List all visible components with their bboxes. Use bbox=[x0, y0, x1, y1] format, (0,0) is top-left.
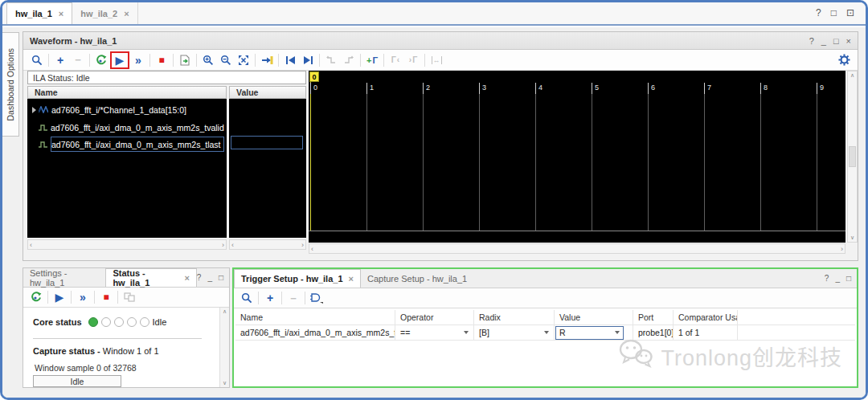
run-trigger-immediate-button[interactable]: » bbox=[74, 289, 92, 305]
status-vscrollbar[interactable]: ∧ ∨ bbox=[219, 308, 229, 387]
close-icon[interactable]: × bbox=[124, 9, 129, 18]
tab-capture-setup[interactable]: Capture Setup - hw_ila_1 bbox=[361, 269, 473, 288]
export-data-icon[interactable] bbox=[176, 52, 194, 68]
scrollbar-thumb[interactable] bbox=[849, 146, 856, 167]
signal-value-pane bbox=[229, 99, 306, 238]
divider bbox=[33, 338, 202, 339]
minimize-icon[interactable]: _ bbox=[207, 273, 212, 282]
zoom-out-icon[interactable] bbox=[217, 52, 235, 68]
close-icon[interactable]: × bbox=[59, 9, 63, 18]
core-status-label: Core status bbox=[33, 317, 82, 327]
ruler-label: 7 bbox=[707, 84, 711, 92]
scroll-left-icon[interactable]: ‹ bbox=[30, 241, 32, 249]
trigger-condition-gate-icon[interactable] bbox=[308, 290, 326, 306]
maximize-icon[interactable]: □ bbox=[219, 273, 223, 282]
core-status-row: Core status Idle bbox=[33, 317, 166, 327]
operator-value: == bbox=[400, 328, 410, 337]
trigger-panel-toolbar: + − bbox=[234, 288, 857, 308]
stop-trigger-button[interactable]: ■ bbox=[153, 52, 170, 68]
chevron-down-icon bbox=[464, 331, 469, 334]
goto-trigger-icon[interactable] bbox=[258, 52, 276, 68]
col-header-value[interactable]: Value bbox=[555, 310, 633, 324]
signal-row-tvalid[interactable]: ad7606_fft_i/axi_dma_0_m_axis_mm2s_tvali… bbox=[27, 120, 224, 135]
probe-name-cell: ad7606_fft_i/axi_dma_0_m_axis_mm2s_tvali… bbox=[235, 325, 395, 340]
tab-settings[interactable]: Settings - hw_ila_1 bbox=[23, 268, 105, 287]
scroll-left-icon[interactable]: ‹ bbox=[231, 241, 234, 249]
swap-previous-transition-icon bbox=[322, 52, 340, 68]
rerun-trigger-icon[interactable] bbox=[27, 289, 45, 305]
col-header-name[interactable]: Name bbox=[235, 310, 395, 324]
waveform-hscrollbar[interactable]: ‹ › bbox=[309, 243, 845, 254]
selected-value-cell[interactable] bbox=[231, 136, 303, 149]
scroll-left-icon[interactable]: ‹ bbox=[311, 245, 313, 253]
tab-hw-ila-2[interactable]: hw_ila_2 × bbox=[72, 2, 137, 24]
help-icon[interactable]: ? bbox=[809, 36, 814, 46]
maximize-icon[interactable]: □ bbox=[846, 274, 851, 283]
scroll-up-icon[interactable]: ∧ bbox=[223, 308, 227, 315]
run-trigger-button[interactable]: ▶ bbox=[51, 289, 68, 305]
run-trigger-immediate-button[interactable]: » bbox=[129, 52, 147, 68]
window-sample-text: Window sample 0 of 32768 bbox=[35, 363, 137, 373]
status-panel-tabbar: Settings - hw_ila_1 Status - hw_ila_1 × … bbox=[23, 268, 229, 288]
signal-row-tlast[interactable]: ad7606_fft_i/axi_dma_0_m_axis_mm2s_tlast bbox=[27, 137, 224, 152]
col-header-port[interactable]: Port bbox=[633, 310, 674, 324]
float-icon[interactable]: ⊡ bbox=[846, 7, 854, 18]
search-icon[interactable] bbox=[238, 290, 256, 306]
help-icon[interactable]: ? bbox=[825, 274, 829, 283]
value-column-header[interactable]: Value bbox=[229, 86, 306, 99]
help-icon[interactable]: ? bbox=[816, 7, 821, 18]
col-header-usage[interactable]: Comparator Usage bbox=[674, 310, 738, 324]
col-header-radix[interactable]: Radix bbox=[474, 310, 555, 324]
scroll-right-icon[interactable]: › bbox=[841, 245, 843, 253]
signal-name-pane: ad7606_fft_i/*Channel_1_data[15:0] ad760… bbox=[27, 99, 227, 238]
settings-gear-icon[interactable] bbox=[835, 52, 853, 68]
scroll-right-icon[interactable]: › bbox=[301, 241, 304, 249]
core-status-dot-active bbox=[88, 317, 98, 327]
add-probe-button[interactable]: + bbox=[261, 290, 279, 306]
minimize-icon[interactable]: _ bbox=[821, 36, 826, 46]
waveform-canvas[interactable]: 0 0 1 2 3 4 5 6 7 8 9 bbox=[309, 71, 845, 243]
waveform-vscrollbar[interactable]: ∧ ∨ bbox=[847, 71, 858, 243]
zoom-fit-icon[interactable] bbox=[235, 52, 252, 68]
scroll-right-icon[interactable]: › bbox=[222, 241, 224, 249]
tab-label: hw_ila_1 bbox=[15, 9, 52, 18]
col-header-operator[interactable]: Operator bbox=[395, 310, 474, 324]
signal-row-channel1-data[interactable]: ad7606_fft_i/*Channel_1_data[15:0] bbox=[27, 102, 186, 117]
stop-trigger-button[interactable]: ■ bbox=[97, 289, 115, 305]
minimize-icon[interactable]: _ bbox=[835, 274, 840, 283]
expand-icon[interactable] bbox=[32, 107, 36, 113]
close-icon[interactable]: × bbox=[349, 274, 354, 284]
add-marker-icon[interactable]: +Γ bbox=[363, 52, 381, 68]
hardware-manager-window: hw_ila_1 × hw_ila_2 × ? □ ⊡ Dashboard Op… bbox=[0, 0, 868, 400]
tab-status[interactable]: Status - hw_ila_1 × bbox=[105, 268, 196, 287]
watermark: Tronlong创龙科技 bbox=[617, 337, 842, 375]
value-pane-hscrollbar[interactable]: ‹ › bbox=[229, 239, 306, 250]
close-icon[interactable]: × bbox=[846, 36, 851, 46]
capture-state-box: Idle bbox=[33, 375, 121, 387]
tab-hw-ila-1[interactable]: hw_ila_1 × bbox=[6, 2, 72, 24]
add-probes-button[interactable]: + bbox=[51, 52, 69, 68]
name-column-header[interactable]: Name bbox=[27, 86, 227, 99]
window-controls: ? □ ⊡ bbox=[816, 7, 854, 18]
scroll-up-icon[interactable]: ∧ bbox=[850, 72, 854, 79]
rerun-trigger-icon[interactable] bbox=[92, 52, 110, 68]
trigger-marker-flag[interactable]: 0 bbox=[309, 71, 319, 82]
radix-dropdown[interactable]: [B] bbox=[474, 325, 555, 340]
maximize-icon[interactable]: □ bbox=[833, 36, 839, 46]
run-trigger-button[interactable]: ▶ bbox=[110, 51, 129, 69]
tab-trigger-setup[interactable]: Trigger Setup - hw_ila_1 × bbox=[234, 269, 361, 288]
goto-end-icon[interactable] bbox=[299, 52, 317, 68]
operator-dropdown[interactable]: == bbox=[395, 325, 474, 340]
dashboard-options-tab[interactable]: Dashboard Options bbox=[2, 32, 19, 137]
scroll-down-icon[interactable]: ∨ bbox=[223, 380, 227, 386]
waveform-titlebar: Waveform - hw_ila_1 ? _ □ × bbox=[23, 32, 858, 50]
search-icon[interactable] bbox=[28, 52, 46, 68]
help-icon[interactable]: ? bbox=[197, 273, 202, 282]
maximize-icon[interactable]: □ bbox=[831, 7, 837, 18]
close-icon[interactable]: × bbox=[184, 273, 189, 283]
scroll-down-icon[interactable]: ∨ bbox=[850, 235, 854, 241]
bus-signal-icon bbox=[39, 105, 48, 115]
goto-start-icon[interactable] bbox=[281, 52, 299, 68]
zoom-in-icon[interactable] bbox=[199, 52, 217, 68]
name-pane-hscrollbar[interactable]: ‹ › bbox=[27, 239, 227, 250]
